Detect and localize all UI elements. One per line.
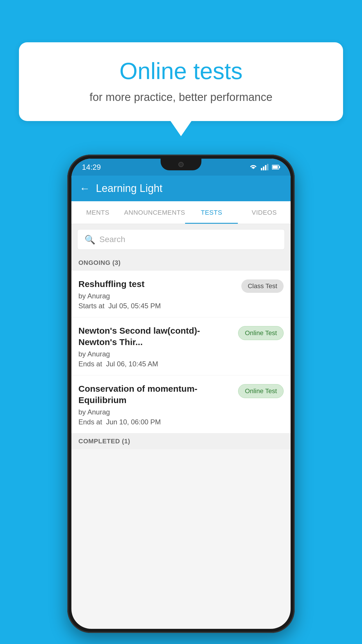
speech-bubble: Online tests for more practice, better p…: [19, 42, 343, 121]
back-button[interactable]: ←: [80, 183, 90, 194]
ongoing-section-header: ONGOING (3): [71, 255, 291, 271]
status-time: 14:29: [82, 163, 101, 172]
test-item[interactable]: Reshuffling test by Anurag Starts at Jul…: [71, 271, 291, 317]
search-container: 🔍 Search: [71, 224, 291, 255]
test-by-2: by Anurag: [78, 350, 235, 358]
test-date-2: Ends at Jul 06, 10:45 AM: [78, 360, 235, 368]
tab-announcements[interactable]: ANNOUNCEMENTS: [124, 201, 185, 224]
svg-rect-1: [263, 167, 264, 170]
test-name-2: Newton's Second law(contd)-Newton's Thir…: [78, 325, 235, 348]
test-info-3: Conservation of momentum-Equilibrium by …: [78, 383, 235, 426]
test-badge-3: Online Test: [238, 384, 284, 398]
svg-rect-2: [265, 165, 266, 170]
svg-rect-5: [279, 166, 280, 168]
notch: [161, 159, 201, 170]
svg-rect-0: [261, 168, 262, 170]
tabs-bar: MENTS ANNOUNCEMENTS TESTS VIDEOS: [71, 201, 291, 224]
app-title: Learning Light: [96, 182, 162, 195]
status-icons: [249, 164, 280, 170]
bubble-subtitle: for more practice, better performance: [36, 91, 326, 104]
test-badge-1: Class Test: [241, 279, 284, 293]
svg-rect-3: [267, 164, 268, 170]
phone-screen: 14:29: [71, 159, 291, 629]
speech-bubble-container: Online tests for more practice, better p…: [19, 42, 343, 121]
test-item-2[interactable]: Newton's Second law(contd)-Newton's Thir…: [71, 317, 291, 375]
test-info-2: Newton's Second law(contd)-Newton's Thir…: [78, 325, 235, 368]
signal-icon: [261, 164, 268, 170]
test-date-1: Starts at Jul 05, 05:45 PM: [78, 302, 238, 310]
app-header: ← Learning Light: [71, 176, 291, 201]
battery-icon: [272, 164, 280, 170]
test-by-3: by Anurag: [78, 408, 235, 416]
test-date-3: Ends at Jun 10, 06:00 PM: [78, 418, 235, 426]
test-name-1: Reshuffling test: [78, 278, 238, 290]
search-placeholder: Search: [99, 235, 125, 244]
test-info-1: Reshuffling test by Anurag Starts at Jul…: [78, 278, 238, 310]
tab-tests[interactable]: TESTS: [185, 201, 238, 224]
wifi-icon: [249, 164, 257, 170]
test-item-3[interactable]: Conservation of momentum-Equilibrium by …: [71, 375, 291, 433]
test-name-3: Conservation of momentum-Equilibrium: [78, 383, 235, 406]
phone-mockup: 14:29: [67, 155, 295, 633]
tab-videos[interactable]: VIDEOS: [238, 201, 291, 224]
search-icon: 🔍: [85, 235, 95, 245]
svg-rect-6: [273, 166, 278, 169]
phone-body: 14:29: [67, 155, 295, 633]
bubble-title: Online tests: [36, 58, 326, 84]
test-by-1: by Anurag: [78, 292, 238, 300]
test-badge-2: Online Test: [238, 326, 284, 340]
tab-ments[interactable]: MENTS: [71, 201, 124, 224]
completed-section-header: COMPLETED (1): [71, 433, 291, 449]
camera: [178, 162, 184, 167]
test-list: Reshuffling test by Anurag Starts at Jul…: [71, 271, 291, 433]
status-bar: 14:29: [71, 159, 291, 176]
search-bar[interactable]: 🔍 Search: [77, 229, 285, 250]
